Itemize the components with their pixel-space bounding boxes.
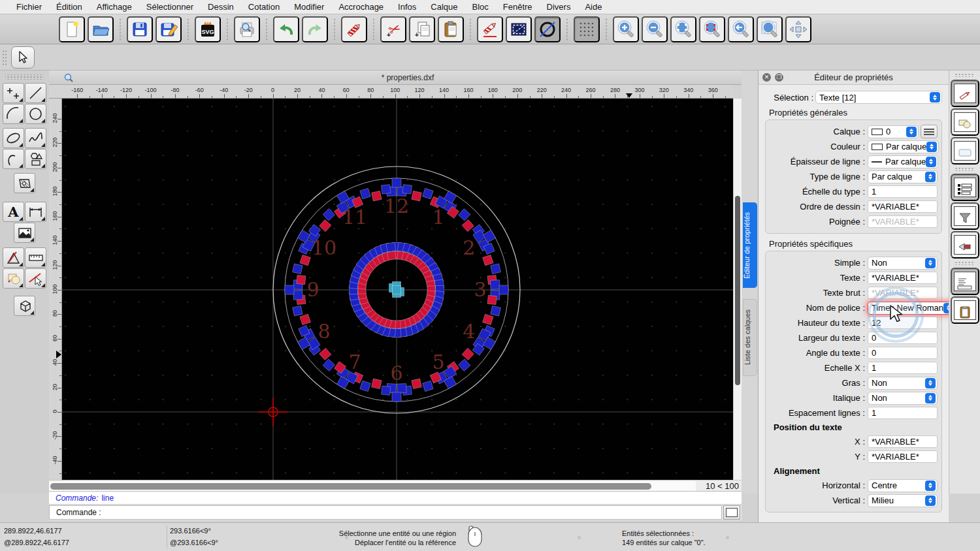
menu-selectionner[interactable]: Sélectionner — [139, 0, 201, 14]
copy-button[interactable]: + — [409, 16, 435, 42]
grid-toggle-button[interactable] — [574, 16, 600, 42]
zoom-out-button[interactable] — [642, 16, 668, 42]
menu-divers[interactable]: Divers — [540, 0, 578, 14]
menu-infos[interactable]: Infos — [391, 0, 423, 14]
tool-measure-button[interactable] — [25, 247, 46, 268]
prop-input-angle-du-texte-[interactable]: 0 — [868, 347, 938, 359]
paste-button[interactable] — [438, 16, 464, 42]
menu-aide[interactable]: Aide — [578, 0, 609, 14]
tool-line-button[interactable] — [25, 83, 46, 103]
tool-text-button[interactable]: A — [3, 202, 24, 222]
prop-input-poignee-[interactable]: *VARIABLE* — [868, 215, 938, 228]
command-input[interactable]: Commande : — [49, 505, 722, 520]
save-button[interactable] — [127, 16, 153, 42]
prop-input-espacement-lignes-[interactable]: 1 — [868, 407, 938, 419]
menu-bloc[interactable]: Bloc — [465, 0, 495, 14]
redo-button[interactable] — [302, 16, 328, 42]
pan-button[interactable] — [785, 16, 811, 42]
prop-select-couleur-[interactable]: Par calque — [868, 140, 939, 153]
menu-fichier[interactable]: Fichier — [9, 0, 49, 14]
prop-input-y-[interactable]: *VARIABLE* — [868, 450, 938, 463]
draw-panel-toggle[interactable] — [951, 80, 979, 107]
prop-input-texte-[interactable]: *VARIABLE* — [868, 272, 938, 284]
prop-select-horizontal-[interactable]: Centre — [868, 479, 938, 492]
tool-modify-button[interactable] — [3, 268, 24, 289]
block-panel-toggle[interactable] — [951, 231, 979, 259]
prop-select-calque-[interactable]: 0 — [868, 125, 919, 138]
prop-select-simple-[interactable]: Non — [868, 257, 938, 270]
tab-layer-list[interactable]: Liste des calques — [743, 299, 757, 376]
prop-input-echelle-x-[interactable]: 1 — [868, 362, 938, 374]
prop-input-echelle-du-type-[interactable]: 1 — [868, 185, 938, 198]
prop-input-hauteur-du-texte-[interactable]: 12 — [868, 317, 938, 329]
print-preview-button[interactable] — [234, 16, 260, 42]
menu-accrochage[interactable]: Accrochage — [331, 0, 391, 14]
tool-ellipse-button[interactable] — [3, 128, 24, 148]
tool-circle-button[interactable] — [25, 104, 46, 124]
tool-shapes-button[interactable] — [25, 149, 46, 169]
view-panel-toggle[interactable] — [951, 137, 979, 165]
vertical-scrollbar-thumb[interactable] — [735, 196, 740, 385]
undo-button[interactable] — [273, 16, 299, 42]
zoom-window-button[interactable] — [757, 16, 783, 42]
tool-solid-3d-button[interactable] — [14, 296, 35, 316]
menu-cotation[interactable]: Cotation — [241, 0, 287, 14]
tool-polyline-button[interactable] — [3, 149, 24, 169]
draw-pen-button[interactable] — [477, 16, 503, 42]
horizontal-scrollbar-thumb[interactable] — [50, 483, 651, 490]
property-editor-panel-toggle[interactable] — [951, 174, 979, 201]
prop-select-epaisseur-de-ligne-[interactable]: Par calque — [868, 155, 938, 168]
zoom-out-icon — [645, 20, 664, 39]
prop-select-italique-[interactable]: Non — [868, 392, 938, 405]
menu-calque[interactable]: Calque — [423, 0, 465, 14]
horizontal-scrollbar[interactable]: 10 < 100 — [49, 480, 742, 491]
tool-spline-button[interactable] — [25, 128, 46, 148]
zoom-in-button[interactable] — [613, 16, 639, 42]
cut-button[interactable]: ✂+ — [380, 16, 406, 42]
menu-dessin[interactable]: Dessin — [201, 0, 241, 14]
svg-export-button[interactable]: SVG — [195, 16, 221, 42]
h-ruler-label: 60 — [343, 87, 350, 93]
prop-input-x-[interactable]: *VARIABLE* — [868, 435, 938, 448]
command-line-panel-toggle[interactable] — [951, 268, 979, 295]
new-file-button[interactable] — [59, 16, 85, 42]
menu-fenetre[interactable]: Fenêtre — [496, 0, 540, 14]
prop-input-texte-brut-[interactable]: *VARIABLE* — [868, 287, 938, 299]
prop-input-ordre-de-dessin-[interactable]: *VARIABLE* — [868, 200, 938, 213]
selection-rect-button[interactable] — [506, 16, 532, 42]
menu-affichage[interactable]: Affichage — [90, 0, 139, 14]
zoom-auto-button[interactable] — [670, 16, 696, 42]
tool-arc-button[interactable] — [3, 104, 24, 124]
menu-edition[interactable]: Édition — [49, 0, 90, 14]
command-row: Commande : — [49, 505, 742, 520]
circle-line-tool-button[interactable] — [534, 16, 561, 42]
tool-construction-button[interactable] — [3, 247, 24, 268]
tool-dimension-button[interactable] — [25, 202, 46, 222]
drawing-canvas[interactable]: 123456789101112 — [62, 99, 733, 480]
save-as-button[interactable] — [155, 16, 182, 42]
selection-dropdown[interactable]: Texte [12] — [815, 91, 942, 104]
open-file-button[interactable] — [88, 16, 114, 42]
tool-hatch-button[interactable] — [14, 173, 35, 193]
modify-panel-toggle[interactable] — [951, 108, 979, 136]
prop-select-vertical-[interactable]: Milieu — [868, 494, 938, 507]
layer-menu-button[interactable] — [921, 125, 938, 138]
tool-points-button[interactable] — [3, 83, 24, 103]
prop-select-type-de-ligne-[interactable]: Par calque — [868, 170, 938, 183]
detach-command-button[interactable] — [723, 505, 740, 520]
prop-select-gras-[interactable]: Non — [868, 377, 938, 390]
tool-modify-attributes-button[interactable] — [25, 268, 46, 289]
selection-filter-panel-toggle[interactable] — [951, 202, 979, 230]
tab-property-editor[interactable]: Éditeur de propriétés — [743, 202, 757, 288]
select-tool-button[interactable] — [11, 46, 35, 69]
prop-select-nom-de-police-[interactable]: Times New Roman — [868, 302, 956, 315]
zoom-previous-button[interactable] — [728, 16, 754, 42]
delete-eraser-button[interactable] — [341, 16, 367, 42]
clipboard-panel-toggle[interactable] — [951, 296, 979, 324]
h-ruler-label: 260 — [586, 87, 596, 93]
menu-modifier[interactable]: Modifier — [287, 0, 331, 14]
prop-input-largeur-du-texte-[interactable]: 0 — [868, 332, 938, 344]
zoom-selected-button[interactable] — [699, 16, 725, 42]
tool-image-button[interactable] — [14, 223, 35, 243]
vertical-scrollbar[interactable] — [733, 99, 742, 480]
